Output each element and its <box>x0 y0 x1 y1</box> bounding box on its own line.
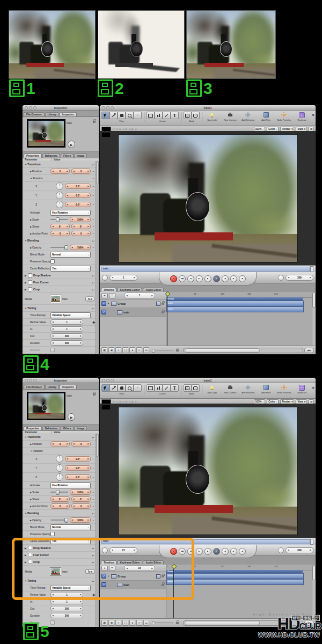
keyframe-menu[interactable]: − <box>92 518 94 522</box>
keyframe-menu[interactable]: − <box>92 497 94 501</box>
toolbar-overflow-chevron[interactable]: » <box>312 113 314 118</box>
playback-speed-dial[interactable] <box>278 275 284 281</box>
make-particles-button[interactable]: Make Particles <box>276 112 292 121</box>
disclosure-triangle[interactable]: ▼ <box>25 512 27 515</box>
stepper-decrement[interactable]: ◀ <box>71 491 73 493</box>
stepper-increment[interactable]: ▶ <box>67 443 68 445</box>
stepper-decrement[interactable]: ◀ <box>67 194 68 196</box>
remove-layer-button[interactable]: − <box>109 293 115 298</box>
disclosure-triangle[interactable]: ▶ <box>30 232 32 235</box>
reset-icon[interactable]: ↩ <box>92 163 94 166</box>
record-button[interactable]: ● <box>170 275 177 282</box>
rect-mask-tool[interactable] <box>184 384 192 392</box>
disclosure-triangle[interactable]: ▶ <box>25 274 26 277</box>
lock-icon[interactable] <box>93 121 96 123</box>
value-stepper[interactable]: ◀1▶ <box>50 319 83 325</box>
select-tool[interactable] <box>101 112 109 119</box>
slider-thumb[interactable] <box>56 217 60 222</box>
scale-slider[interactable] <box>50 219 68 220</box>
disclosure-triangle[interactable]: ▶ <box>25 281 26 284</box>
disclosure-triangle[interactable]: ▼ <box>25 307 27 310</box>
jog-wheel[interactable] <box>102 275 108 281</box>
rotation-dial[interactable] <box>56 192 63 199</box>
reset-icon[interactable]: ↩ <box>92 239 94 243</box>
rotation-dial[interactable] <box>56 455 63 463</box>
keyframe-menu[interactable]: − <box>92 457 94 460</box>
stepper-decrement[interactable]: ◀ <box>73 232 75 235</box>
stepper-increment[interactable]: ▶ <box>87 225 89 228</box>
value-stepper[interactable]: ◀100%▶ <box>70 517 91 523</box>
reset-icon[interactable]: ↩ <box>92 511 94 515</box>
mute-button[interactable]: ◀ <box>239 275 246 282</box>
keyframe-menu[interactable]: − <box>92 203 94 206</box>
value-stepper[interactable]: ◀0.0°▶ <box>65 474 91 480</box>
lock-icon[interactable] <box>176 622 179 624</box>
stepper-increment[interactable]: ▶ <box>87 458 89 460</box>
slider-thumb[interactable] <box>64 518 68 523</box>
tab-file-browser[interactable]: File Browser <box>24 112 45 116</box>
reset-icon[interactable]: ↩ <box>92 288 94 291</box>
stepper-increment[interactable]: ▶ <box>87 505 89 507</box>
play-reverse-button[interactable]: ▶ <box>196 548 203 555</box>
keyframe-menu[interactable]: − <box>92 466 94 470</box>
pan-tool[interactable] <box>118 384 126 392</box>
stepper-increment[interactable]: ▶ <box>87 203 89 206</box>
lock-icon[interactable] <box>162 303 164 305</box>
new-light-button[interactable]: New Light <box>204 384 220 394</box>
scrollbar-thumb[interactable] <box>312 565 316 580</box>
stepper-increment[interactable]: ▶ <box>87 491 89 493</box>
scale-slider[interactable] <box>50 492 68 493</box>
stepper-decrement[interactable]: ◀ <box>67 458 68 460</box>
time-remap-dropdown[interactable]: Variable Speed↕ <box>50 312 91 318</box>
opacity-slider[interactable] <box>50 247 68 248</box>
add-filter-button[interactable]: Add Filter <box>258 112 274 121</box>
inspector-scrollbar[interactable] <box>96 161 99 354</box>
value-stepper[interactable]: ◀0.0°▶ <box>65 456 91 462</box>
stepper-decrement[interactable]: ◀ <box>52 443 54 445</box>
goto-end-button[interactable]: ▶ <box>230 275 237 282</box>
stepper-increment[interactable]: ▶ <box>87 194 89 196</box>
loop-button[interactable]: ● <box>213 548 220 555</box>
adjust-tool[interactable]: + <box>134 384 142 392</box>
tab-inspector[interactable]: Inspector <box>60 112 77 116</box>
stepper-decrement[interactable]: ◀ <box>52 232 54 235</box>
value-stepper[interactable]: ◀100%▶ <box>70 245 91 250</box>
crop-checkbox[interactable] <box>28 287 32 291</box>
disclosure-triangle[interactable]: ▶ <box>30 218 32 221</box>
goto-start-button[interactable]: ◀◀ <box>179 275 186 282</box>
stepper-increment[interactable]: ▶ <box>80 601 82 603</box>
add-behavior-button[interactable]: Add Behavior <box>240 384 256 394</box>
add-marker-button[interactable]: + <box>115 347 121 353</box>
stepper-decrement[interactable]: ◀ <box>52 328 54 330</box>
goto-end-button[interactable]: ▶ <box>230 548 237 555</box>
box-select-button[interactable]: ▢ <box>122 620 128 626</box>
value-stepper[interactable]: ◀1▶ <box>50 326 83 332</box>
stepper-increment[interactable]: ▶ <box>67 232 68 235</box>
stepper-decrement[interactable]: ◀ <box>71 246 73 248</box>
rotation-dial[interactable] <box>56 182 63 190</box>
keyframe-add-icon[interactable]: ✚ <box>92 320 95 324</box>
pan-tool[interactable] <box>118 112 126 119</box>
replicate-button[interactable]: Replicate <box>294 384 310 394</box>
stepper-decrement[interactable]: ◀ <box>52 608 54 610</box>
lock-icon[interactable] <box>176 349 179 352</box>
value-stepper[interactable]: ◀0.0°▶ <box>65 184 91 189</box>
opacity-slider[interactable] <box>50 519 68 521</box>
canvas-video[interactable] <box>119 407 297 535</box>
to-button[interactable]: To ▾ <box>85 296 94 301</box>
new-camera-button[interactable]: New Camera <box>222 384 238 394</box>
value-stepper[interactable]: ◀300▶ <box>50 340 83 346</box>
stepper-increment[interactable]: ▶ <box>87 246 89 248</box>
stepper-decrement[interactable]: ◀ <box>52 335 54 337</box>
preserve-opacity-checkbox[interactable] <box>50 259 55 264</box>
add-behavior-button[interactable]: Add Behavior <box>240 112 256 121</box>
tab-behaviors[interactable]: Behaviors <box>42 153 60 158</box>
tab-timeline[interactable]: Timeline <box>101 288 116 292</box>
timeline-frame-field[interactable]: ◀1▶ <box>124 292 155 298</box>
keyframe-menu[interactable]: − <box>92 232 94 235</box>
frame-decrement[interactable]: ◀ <box>112 276 113 279</box>
tab-image[interactable]: Image <box>74 426 87 430</box>
tab-properties[interactable]: Properties <box>24 426 42 430</box>
disclosure-triangle[interactable]: ▼ <box>30 177 32 180</box>
value-stepper[interactable]: ◀0.0°▶ <box>65 202 91 207</box>
